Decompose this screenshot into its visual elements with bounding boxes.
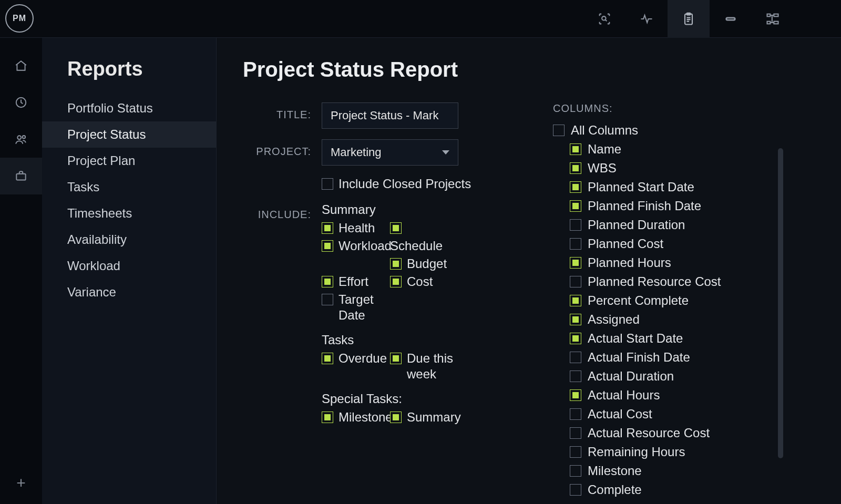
flow-icon[interactable] (752, 0, 794, 38)
column-option-label: Planned Cost (588, 236, 663, 251)
column-option[interactable]: Planned Start Date (553, 179, 774, 196)
checkbox-icon (390, 258, 402, 270)
column-option[interactable]: Actual Resource Cost (553, 425, 774, 441)
column-option[interactable]: Planned Resource Cost (553, 273, 774, 290)
include-option-label: Health (339, 220, 375, 236)
include-option-label: Overdue (339, 351, 387, 366)
checkbox-icon (570, 389, 581, 401)
checkbox-icon (390, 412, 402, 423)
logo-text: PM (13, 14, 26, 23)
sidebar-title: Reports (42, 58, 216, 95)
checkbox-icon (570, 162, 581, 174)
nav-rail: + (0, 38, 42, 504)
checkbox-icon (322, 294, 333, 305)
include-section-heading: Special Tasks: (322, 392, 474, 406)
sidebar-item-workload[interactable]: Workload (42, 253, 216, 279)
add-button[interactable]: + (0, 467, 42, 499)
checkbox-icon (570, 181, 581, 193)
sidebar-item-timesheets[interactable]: Timesheets (42, 200, 216, 227)
column-option[interactable]: Name (553, 141, 774, 158)
checkbox-icon (570, 276, 581, 287)
sidebar-item-tasks[interactable]: Tasks (42, 174, 216, 200)
app-logo[interactable]: PM (5, 4, 34, 33)
column-option-label: Planned Duration (588, 218, 685, 232)
column-option[interactable]: Complete (553, 481, 774, 498)
checkbox-icon (570, 352, 581, 363)
reports-sidebar: Reports Portfolio StatusProject StatusPr… (42, 38, 217, 504)
column-option[interactable]: Actual Cost (553, 406, 774, 423)
include-closed-checkbox[interactable]: Include Closed Projects (322, 176, 516, 192)
activity-icon[interactable] (625, 0, 668, 38)
search-scan-icon[interactable] (583, 0, 625, 38)
column-option-label: Assigned (588, 312, 640, 327)
checkbox-icon (570, 238, 581, 250)
include-option[interactable]: Schedule (390, 238, 474, 254)
column-option[interactable]: Remaining Hours (553, 444, 774, 460)
column-option[interactable]: Planned Cost (553, 235, 774, 252)
column-option[interactable]: Actual Duration (553, 368, 774, 385)
include-option[interactable]: Summary (390, 409, 474, 425)
column-option[interactable]: Actual Hours (553, 387, 774, 404)
sidebar-item-portfolio-status[interactable]: Portfolio Status (42, 95, 216, 121)
sidebar-item-project-plan[interactable]: Project Plan (42, 148, 216, 174)
checkbox-icon (570, 427, 581, 439)
column-option[interactable]: Planned Duration (553, 217, 774, 233)
svg-rect-4 (767, 14, 771, 16)
checkbox-icon (570, 143, 581, 155)
column-option[interactable]: Milestone (553, 462, 774, 479)
column-option-label: Milestone (588, 464, 642, 478)
include-option[interactable]: Effort (322, 274, 390, 290)
svg-rect-3 (726, 17, 735, 19)
column-option-label: Actual Resource Cost (588, 426, 710, 440)
sidebar-item-availability[interactable]: Availability (42, 227, 216, 253)
checkbox-icon (570, 333, 581, 344)
include-closed-label: Include Closed Projects (339, 176, 471, 192)
title-input[interactable]: Project Status - Mark (322, 102, 458, 129)
column-option[interactable]: Planned Finish Date (553, 198, 774, 214)
checkbox-icon (322, 412, 333, 423)
people-icon[interactable] (0, 121, 42, 158)
column-option-label: Actual Finish Date (588, 350, 690, 365)
include-option[interactable]: Health (322, 220, 390, 236)
project-select[interactable]: Marketing (322, 139, 458, 166)
include-option[interactable]: Workload (322, 238, 390, 254)
include-option[interactable]: Target Date (322, 292, 390, 323)
svg-point-10 (23, 136, 25, 138)
column-option-label: Actual Cost (588, 407, 652, 421)
checkbox-icon (390, 276, 402, 287)
include-option[interactable]: Budget (390, 256, 474, 272)
column-option-label: Planned Hours (588, 255, 671, 270)
include-option[interactable]: Overdue (322, 351, 390, 382)
briefcase-icon[interactable] (0, 158, 42, 194)
checkbox-icon (553, 125, 565, 136)
include-option[interactable]: Cost (390, 274, 474, 290)
svg-rect-7 (774, 21, 778, 24)
column-option[interactable]: Planned Hours (553, 254, 774, 271)
column-option[interactable]: Actual Finish Date (553, 349, 774, 366)
column-option-label: WBS (588, 161, 617, 176)
include-option-label: Cost (407, 274, 433, 290)
home-icon[interactable] (0, 47, 42, 84)
clock-icon[interactable] (0, 84, 42, 121)
clipboard-icon[interactable] (668, 0, 710, 38)
sidebar-item-variance[interactable]: Variance (42, 279, 216, 305)
checkbox-icon (570, 484, 581, 496)
scrollbar[interactable] (778, 148, 783, 458)
include-label: INCLUDE: (243, 202, 311, 221)
sidebar-item-project-status[interactable]: Project Status (42, 121, 216, 148)
column-option-label: Planned Finish Date (588, 199, 701, 213)
include-option[interactable]: Due this week (390, 351, 474, 382)
column-option[interactable]: Percent Complete (553, 292, 774, 309)
column-option-label: Actual Duration (588, 369, 674, 384)
minus-pill-icon[interactable] (710, 0, 752, 38)
column-option[interactable]: Assigned (553, 311, 774, 328)
project-label: PROJECT: (243, 139, 311, 158)
include-option[interactable] (390, 220, 474, 236)
column-option[interactable]: WBS (553, 160, 774, 177)
include-option[interactable]: Milestones (322, 409, 390, 425)
column-option[interactable]: All Columns (553, 122, 774, 139)
column-option[interactable]: Actual Start Date (553, 330, 774, 347)
checkbox-icon (322, 222, 333, 234)
checkbox-icon (570, 219, 581, 231)
checkbox-icon (390, 222, 402, 234)
